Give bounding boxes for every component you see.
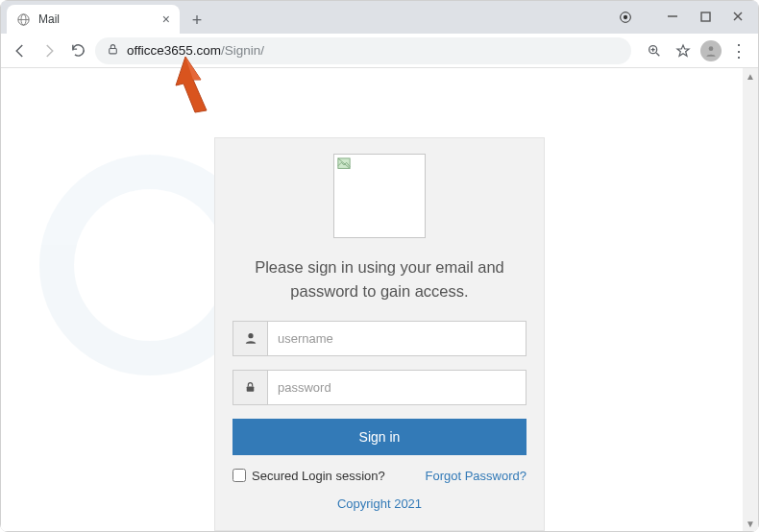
secured-session-input[interactable] (233, 469, 246, 482)
maximize-icon[interactable] (691, 5, 720, 28)
svg-rect-17 (247, 386, 255, 391)
page-content: Please sign in using your email and pass… (1, 68, 758, 531)
svg-rect-9 (110, 48, 117, 53)
broken-image-icon (337, 157, 351, 171)
zoom-icon[interactable] (643, 39, 666, 62)
password-input[interactable] (268, 371, 526, 404)
forward-icon[interactable] (37, 39, 61, 62)
browser-window: Mail × + officce3655.com/Signin/ ⋮ (0, 0, 759, 532)
forgot-password-link[interactable]: Forgot Password? (426, 469, 527, 483)
close-tab-icon[interactable]: × (162, 12, 170, 27)
profile-avatar[interactable] (700, 40, 722, 61)
secured-session-label: Secured Login session? (252, 469, 385, 483)
scroll-down-icon[interactable]: ▼ (743, 516, 758, 531)
secured-session-checkbox[interactable]: Secured Login session? (233, 469, 385, 483)
scrollbar[interactable]: ▲ ▼ (743, 68, 758, 531)
toolbar-right: ⋮ (643, 39, 750, 62)
toolbar: officce3655.com/Signin/ ⋮ (1, 34, 758, 68)
username-row (233, 321, 526, 356)
signin-button[interactable]: Sign in (233, 419, 526, 455)
signin-heading: Please sign in using your email and pass… (233, 255, 526, 303)
svg-rect-6 (701, 12, 710, 21)
lock-icon (107, 43, 119, 59)
scroll-up-icon[interactable]: ▲ (743, 68, 758, 84)
copyright-text: Copyright 2021 (337, 496, 422, 511)
media-indicator-icon[interactable] (618, 10, 633, 25)
star-icon[interactable] (672, 39, 695, 62)
globe-icon (16, 12, 31, 27)
panel-footer: Secured Login session? Forgot Password? (233, 469, 526, 483)
reload-icon[interactable] (66, 39, 89, 62)
svg-point-4 (624, 15, 627, 19)
viewport: risk Please sign in using your email and… (1, 68, 758, 531)
new-tab-button[interactable]: + (184, 7, 210, 34)
url-text: officce3655.com/Signin/ (127, 43, 264, 58)
svg-point-16 (248, 333, 253, 338)
tab-strip: Mail × + (1, 1, 758, 34)
svg-point-14 (709, 46, 714, 51)
user-icon (233, 322, 268, 355)
username-input[interactable] (268, 322, 526, 355)
svg-line-11 (656, 53, 659, 56)
tab-mail[interactable]: Mail × (7, 5, 180, 34)
broken-image-placeholder (333, 154, 426, 238)
close-window-icon[interactable] (723, 5, 752, 28)
window-controls (658, 5, 752, 28)
minimize-icon[interactable] (658, 5, 687, 28)
url-domain: officce3655.com (127, 43, 221, 58)
lock-field-icon (233, 371, 268, 404)
url-path: /Signin/ (221, 43, 264, 58)
signin-panel: Please sign in using your email and pass… (214, 137, 545, 531)
address-bar[interactable]: officce3655.com/Signin/ (95, 37, 631, 64)
tab-title: Mail (38, 12, 162, 26)
password-row (233, 370, 526, 405)
menu-icon[interactable]: ⋮ (727, 39, 750, 62)
back-icon[interactable] (9, 39, 32, 62)
